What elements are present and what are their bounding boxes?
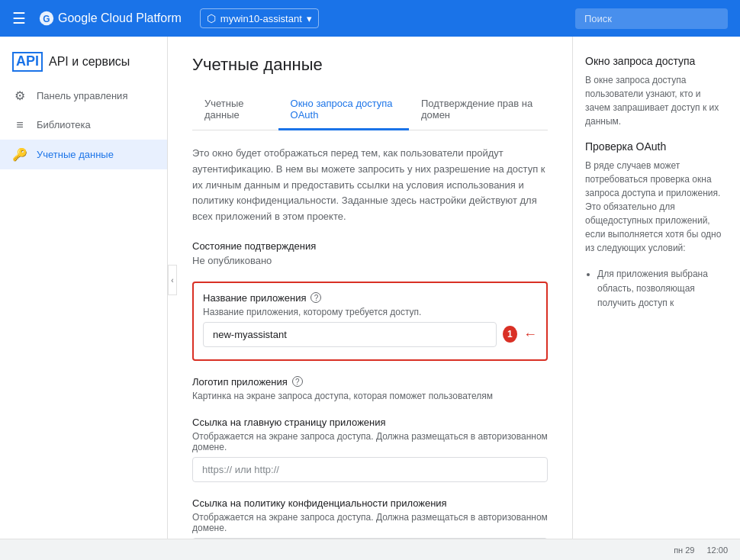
sidebar-title: API и сервисы — [49, 55, 130, 69]
right-panel: Окно запроса доступа В окне запроса дост… — [572, 37, 740, 560]
tab-domain[interactable]: Подтверждение прав на домен — [409, 90, 548, 130]
sidebar-item-label: Учетные данные — [37, 149, 114, 160]
tab-credentials[interactable]: Учетные данные — [192, 90, 278, 130]
status-label: Состояние подтверждения — [192, 240, 548, 252]
tab-oauth[interactable]: Окно запроса доступа OAuth — [278, 90, 409, 130]
app-name-label: Название приложения ? — [203, 292, 537, 304]
logo-info-icon[interactable]: ? — [292, 376, 303, 387]
key-icon: 🔑 — [12, 147, 27, 162]
tabs-bar: Учетные данные Окно запроса доступа OAut… — [192, 90, 548, 130]
privacy-desc: Отображается на экране запроса доступа. … — [192, 512, 548, 533]
api-badge: API — [12, 52, 43, 72]
top-nav: ☰ G Google Cloud Platform ⬡ mywin10-assi… — [0, 0, 740, 37]
sidebar-collapse-button[interactable]: ‹ — [168, 265, 177, 295]
sidebar-item-library[interactable]: ≡ Библиотека — [0, 111, 167, 140]
footer-date: пн 29 — [674, 546, 694, 555]
privacy-label: Ссылка на политику конфиденциальности пр… — [192, 497, 548, 509]
app-layout: API API и сервисы ⚙ Панель управления ≡ … — [0, 37, 740, 560]
homepage-section: Ссылка на главную страницу приложения От… — [192, 417, 548, 482]
status-value: Не опубликовано — [192, 255, 548, 266]
brand-logo: G Google Cloud Platform — [38, 10, 182, 27]
search-input[interactable] — [575, 8, 728, 29]
right-panel-list: Для приложения выбрана область, позволяю… — [585, 267, 728, 311]
footer-bar: пн 29 12:00 — [0, 539, 740, 560]
library-icon: ≡ — [12, 118, 27, 132]
app-name-section: Название приложения ? Название приложени… — [192, 282, 548, 361]
arrow-annotation-1: 1 ← — [203, 322, 537, 347]
page-title: Учетные данные — [192, 55, 548, 75]
brand-text: Google Cloud Platform — [58, 11, 182, 25]
project-icon: ⬡ — [207, 12, 216, 24]
logo-label: Логотип приложения ? — [192, 376, 548, 388]
logo-desc: Картинка на экране запроса доступа, кото… — [192, 391, 548, 401]
sidebar-item-dashboard[interactable]: ⚙ Панель управления — [0, 81, 167, 111]
settings-icon: ⚙ — [12, 89, 27, 103]
project-selector[interactable]: ⬡ mywin10-assistant ▾ — [200, 8, 319, 28]
menu-icon[interactable]: ☰ — [12, 9, 26, 27]
right-panel-text-2: В ряде случаев может потребоваться прове… — [585, 159, 728, 255]
arrow-icon-1: ← — [523, 327, 537, 343]
cloud-icon: G — [38, 10, 55, 27]
app-name-input[interactable] — [203, 322, 497, 347]
project-name: mywin10-assistant — [220, 13, 302, 24]
right-panel-text-1: В окне запроса доступа пользователи узна… — [585, 73, 728, 128]
sidebar-item-label: Библиотека — [37, 119, 91, 130]
sidebar-item-label: Панель управления — [37, 90, 127, 101]
right-panel-title-2: Проверка OAuth — [585, 140, 728, 153]
sidebar-header: API API и сервисы — [0, 43, 167, 81]
homepage-input[interactable] — [192, 457, 548, 482]
logo-section: Логотип приложения ? Картинка на экране … — [192, 376, 548, 401]
badge-1: 1 — [503, 326, 517, 343]
svg-text:G: G — [43, 14, 50, 24]
right-panel-list-item: Для приложения выбрана область, позволяю… — [597, 267, 728, 311]
chevron-down-icon: ▾ — [307, 13, 312, 24]
main-content: Учетные данные Учетные данные Окно запро… — [168, 37, 572, 560]
sidebar-item-credentials[interactable]: 🔑 Учетные данные — [0, 140, 167, 169]
homepage-label: Ссылка на главную страницу приложения — [192, 417, 548, 428]
right-panel-title-1: Окно запроса доступа — [585, 55, 728, 67]
app-name-desc: Название приложения, которому требуется … — [203, 307, 537, 317]
homepage-desc: Отображается на экране запроса доступа. … — [192, 431, 548, 452]
app-name-info-icon[interactable]: ? — [310, 292, 321, 303]
sidebar: API API и сервисы ⚙ Панель управления ≡ … — [0, 37, 168, 560]
footer-time: 12:00 — [706, 546, 728, 555]
page-description: Это окно будет отображаться перед тем, к… — [192, 146, 548, 225]
